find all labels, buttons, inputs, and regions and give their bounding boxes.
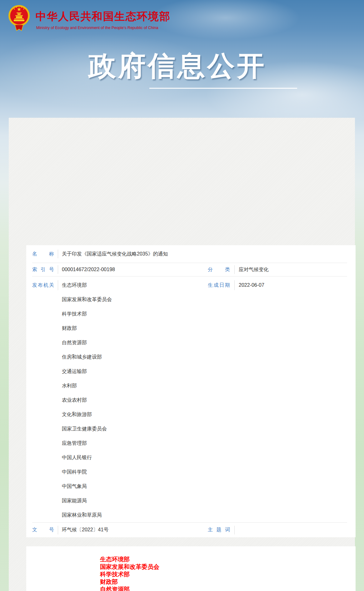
- issuer-item: 农业农村部: [62, 393, 184, 407]
- subject-label: 主题词: [208, 527, 230, 533]
- issuer-item: 自然资源部: [62, 335, 184, 350]
- document-issuer-item: 国家发展和改革委员会: [100, 563, 159, 571]
- title-underline: [149, 88, 297, 89]
- document-issuer-item: 自然资源部: [100, 586, 159, 591]
- issuer-item: 应急管理部: [62, 436, 184, 450]
- issuer-item: 中国人民银行: [62, 450, 184, 465]
- issuer-item: 生态环境部: [62, 278, 184, 292]
- issuer-list: 生态环境部国家发展和改革委员会科学技术部财政部自然资源部住房和城乡建设部交通运输…: [58, 278, 184, 522]
- document-issuer-item: 生态环境部: [100, 556, 159, 563]
- page-title: 政府信息公开: [88, 47, 267, 85]
- issuer-item: 住房和城乡建设部: [62, 350, 184, 364]
- gov-info-disclosure-page: { "header": { "ministry_name": "中华人民共和国生…: [0, 0, 364, 591]
- issuer-item: 交通运输部: [62, 364, 184, 379]
- issuer-item: 国家卫生健康委员会: [62, 422, 184, 436]
- issuer-item: 中国气象局: [62, 479, 184, 494]
- issuer-item: 国家能源局: [62, 494, 184, 508]
- issuer-label: 发布机关: [32, 278, 54, 292]
- doc-no-label: 文号: [32, 527, 54, 533]
- issuer-item: 科学技术部: [62, 307, 184, 321]
- document-issuer-item: 财政部: [100, 578, 159, 586]
- masthead: 中华人民共和国生态环境部 Ministry of Ecology and Env…: [0, 0, 364, 37]
- issuer-item: 中国科学院: [62, 465, 184, 479]
- ministry-name-english: Ministry of Ecology and Environment of t…: [36, 26, 158, 30]
- row-name: 名称 关于印发《国家适应气候变化战略2035》的通知: [32, 245, 347, 263]
- row-index-category: 索引号 000014672/2022-00198 分类 应对气候变化: [32, 263, 347, 276]
- date-value: 2022-06-07: [234, 278, 347, 292]
- info-table-card: 名称 关于印发《国家适应气候变化战略2035》的通知 索引号 000014672…: [26, 245, 356, 537]
- row-issuer-date: 发布机关 生态环境部国家发展和改革委员会科学技术部财政部自然资源部住房和城乡建设…: [32, 276, 347, 523]
- ministry-name: 中华人民共和国生态环境部: [36, 9, 171, 24]
- category-label: 分类: [208, 266, 230, 273]
- category-value: 应对气候变化: [234, 266, 347, 273]
- content-panel: 名称 关于印发《国家适应气候变化战略2035》的通知 索引号 000014672…: [9, 118, 355, 591]
- national-emblem-icon: [8, 4, 30, 32]
- row-docno-subject: 文号 环气候〔2022〕41号 主题词: [32, 523, 347, 537]
- document-issuer-list: 生态环境部国家发展和改革委员会科学技术部财政部自然资源部住房和城乡建设部交通运输…: [100, 556, 159, 591]
- issuer-item: 国家发展和改革委员会: [62, 292, 184, 307]
- issuer-item: 财政部: [62, 321, 184, 335]
- doc-no-value: 环气候〔2022〕41号: [58, 527, 184, 533]
- name-label: 名称: [32, 251, 54, 257]
- date-label: 生成日期: [208, 278, 230, 292]
- info-table: 名称 关于印发《国家适应气候变化战略2035》的通知 索引号 000014672…: [32, 245, 347, 537]
- document-card: 生态环境部国家发展和改革委员会科学技术部财政部自然资源部住房和城乡建设部交通运输…: [26, 546, 356, 591]
- issuer-item: 文化和旅游部: [62, 407, 184, 422]
- issuer-item: 水利部: [62, 379, 184, 393]
- index-value: 000014672/2022-00198: [58, 267, 184, 272]
- index-label: 索引号: [32, 266, 54, 273]
- issuer-item: 国家林业和草原局: [62, 508, 184, 522]
- name-value: 关于印发《国家适应气候变化战略2035》的通知: [58, 251, 347, 257]
- document-issuer-item: 科学技术部: [100, 571, 159, 578]
